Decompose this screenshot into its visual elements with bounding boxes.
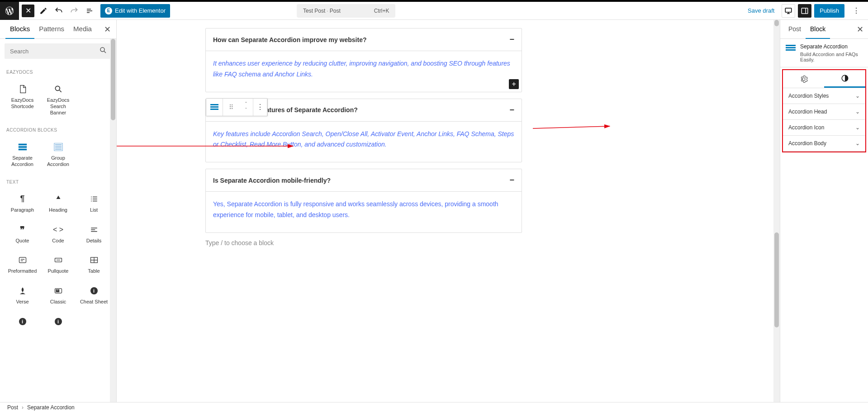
tools-icon[interactable] bbox=[37, 5, 50, 17]
wp-logo-icon[interactable] bbox=[0, 2, 19, 20]
redo-icon[interactable] bbox=[68, 5, 81, 17]
accordion-content[interactable]: It enhances user experience by reducing … bbox=[213, 60, 510, 78]
svg-rect-26 bbox=[56, 291, 59, 292]
block-extra-2[interactable]: i bbox=[40, 311, 76, 335]
accordion-title[interactable]: How can Separate Accordion improve my we… bbox=[213, 36, 366, 43]
section-accordion-icon[interactable]: Accordion Icon⌄ bbox=[783, 120, 865, 136]
left-scrollbar[interactable] bbox=[110, 39, 116, 402]
move-updown[interactable]: ˆˇ bbox=[239, 99, 253, 116]
editor-canvas: How can Separate Accordion improve my we… bbox=[117, 20, 780, 402]
section-accordion-styles[interactable]: Accordion Styles⌄ bbox=[783, 88, 865, 104]
tab-blocks[interactable]: Blocks bbox=[5, 20, 34, 39]
block-type-icon[interactable] bbox=[206, 99, 223, 116]
block-heading[interactable]: Heading bbox=[40, 188, 76, 219]
category-accordion: ACCORDION BLOCKS bbox=[6, 128, 110, 133]
category-text: TEXT bbox=[6, 180, 110, 185]
svg-rect-16 bbox=[93, 201, 97, 202]
settings-sidebar-toggle-icon[interactable] bbox=[798, 4, 811, 18]
block-classic[interactable]: Classic bbox=[40, 280, 76, 311]
close-inserter-button[interactable]: ✕ bbox=[22, 5, 34, 17]
section-accordion-head[interactable]: Accordion Head⌄ bbox=[783, 104, 865, 120]
elementor-icon: E bbox=[105, 7, 112, 14]
block-eazydocs-shortcode[interactable]: EazyDocs Shortcode bbox=[5, 78, 40, 121]
block-paragraph[interactable]: ¶Paragraph bbox=[5, 188, 40, 219]
block-desc: Build Accordion and FAQs Easily. bbox=[800, 52, 863, 62]
section-accordion-body[interactable]: Accordion Body⌄ bbox=[783, 136, 865, 152]
block-appender[interactable]: Type / to choose a block bbox=[205, 239, 522, 246]
block-table[interactable]: Table bbox=[76, 249, 112, 280]
svg-rect-20 bbox=[19, 257, 26, 263]
block-preformatted[interactable]: Preformatted bbox=[5, 249, 40, 280]
block-description: Separate Accordion Build Accordion and F… bbox=[780, 39, 868, 67]
search-icon bbox=[99, 46, 107, 56]
svg-rect-11 bbox=[91, 197, 92, 198]
tab-media[interactable]: Media bbox=[69, 20, 96, 39]
block-code[interactable]: < >Code bbox=[40, 219, 76, 250]
collapse-icon[interactable]: − bbox=[509, 35, 514, 44]
separate-accordion-icon bbox=[786, 43, 796, 55]
block-group-accordion[interactable]: Group Accordion bbox=[40, 136, 76, 173]
chevron-right-icon: › bbox=[22, 404, 24, 411]
edit-with-elementor-button[interactable]: EEdit with Elementor bbox=[100, 4, 170, 18]
svg-rect-5 bbox=[18, 146, 26, 148]
block-details[interactable]: Details bbox=[76, 219, 112, 250]
block-extra-1[interactable]: i bbox=[5, 311, 40, 335]
svg-rect-13 bbox=[91, 199, 92, 199]
document-title-bar[interactable]: Test Post·Post Ctrl+K bbox=[297, 4, 395, 18]
category-eazydocs: EAZYDOCS bbox=[6, 70, 110, 75]
tab-patterns[interactable]: Patterns bbox=[34, 20, 69, 39]
svg-rect-23 bbox=[55, 289, 62, 293]
accordion-title[interactable]: Is Separate Accordion mobile-friendly? bbox=[213, 177, 331, 184]
settings-tab-icon[interactable] bbox=[783, 70, 824, 88]
svg-rect-10 bbox=[55, 149, 62, 150]
breadcrumb: Post › Separate Accordion bbox=[0, 402, 868, 412]
svg-point-2 bbox=[100, 47, 104, 52]
chevron-down-icon: ⌄ bbox=[855, 109, 860, 115]
accordion-content[interactable]: Yes, Separate Accordion is fully respons… bbox=[213, 200, 498, 218]
collapse-icon[interactable]: − bbox=[509, 175, 514, 185]
options-icon[interactable]: ⋮ bbox=[850, 5, 863, 17]
drag-handle-icon[interactable]: ⠿ bbox=[223, 99, 239, 116]
svg-line-28 bbox=[533, 126, 610, 128]
block-toolbar: ⠿ˆˇ ⋮ bbox=[206, 98, 268, 116]
close-icon[interactable]: ✕ bbox=[104, 24, 111, 34]
undo-icon[interactable] bbox=[52, 5, 65, 17]
save-draft-button[interactable]: Save draft bbox=[743, 5, 779, 17]
accordion-content[interactable]: Key features include Accordion Search, O… bbox=[213, 130, 514, 148]
block-pullquote[interactable]: Pullquote bbox=[40, 249, 76, 280]
accordion-item-2[interactable]: ⠿ˆˇ ⋮ features of Separate Accordion?− K… bbox=[205, 99, 522, 163]
breadcrumb-item[interactable]: Post bbox=[7, 404, 18, 411]
svg-rect-4 bbox=[18, 144, 26, 146]
canvas-scrollbar[interactable] bbox=[773, 20, 780, 402]
add-block-button[interactable]: + bbox=[509, 79, 519, 89]
svg-rect-9 bbox=[55, 147, 62, 147]
accordion-title[interactable]: features of Separate Accordion? bbox=[260, 106, 358, 114]
styles-panel-highlight: Accordion Styles⌄ Accordion Head⌄ Accord… bbox=[782, 69, 866, 152]
block-eazydocs-search-banner[interactable]: EazyDocs Search Banner bbox=[40, 78, 76, 121]
block-separate-accordion[interactable]: Separate Accordion bbox=[5, 136, 40, 173]
accordion-item-3[interactable]: Is Separate Accordion mobile-friendly?− … bbox=[205, 169, 522, 233]
block-quote[interactable]: ❞Quote bbox=[5, 219, 40, 250]
svg-rect-14 bbox=[93, 199, 97, 199]
publish-button[interactable]: Publish bbox=[814, 4, 844, 18]
document-overview-icon[interactable] bbox=[83, 5, 96, 17]
search-field[interactable] bbox=[9, 47, 99, 55]
view-desktop-icon[interactable] bbox=[782, 4, 795, 18]
collapse-icon[interactable]: − bbox=[509, 105, 514, 115]
tab-post[interactable]: Post bbox=[784, 20, 806, 39]
breadcrumb-item[interactable]: Separate Accordion bbox=[27, 404, 75, 411]
tab-block[interactable]: Block bbox=[806, 20, 830, 39]
more-options-icon[interactable]: ⋮ bbox=[253, 99, 267, 116]
styles-tab-icon[interactable] bbox=[824, 70, 865, 88]
accordion-item-1[interactable]: How can Separate Accordion improve my we… bbox=[205, 28, 522, 92]
svg-rect-0 bbox=[786, 8, 792, 12]
block-list[interactable]: List bbox=[76, 188, 112, 219]
block-cheat-sheet[interactable]: iCheat Sheet bbox=[76, 280, 112, 311]
close-icon[interactable]: ✕ bbox=[857, 24, 863, 34]
svg-rect-6 bbox=[18, 149, 26, 151]
svg-rect-25 bbox=[58, 290, 59, 291]
search-input[interactable] bbox=[5, 43, 112, 59]
svg-rect-15 bbox=[91, 201, 92, 202]
block-verse[interactable]: Verse bbox=[5, 280, 40, 311]
svg-rect-18 bbox=[91, 229, 95, 230]
